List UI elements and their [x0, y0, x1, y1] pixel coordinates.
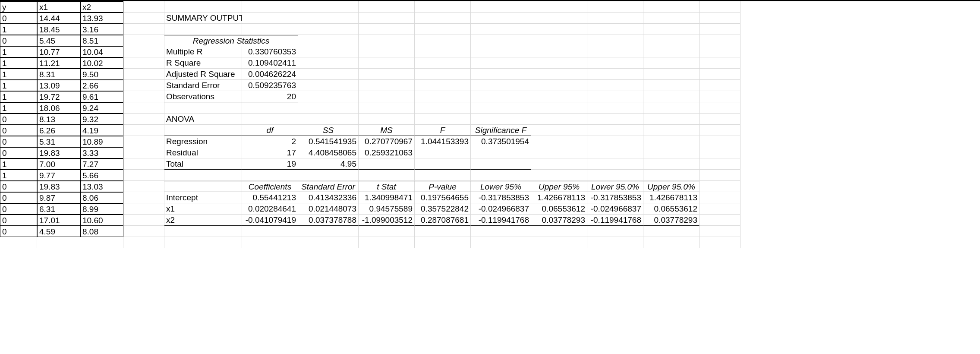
cell[interactable] [587, 125, 643, 136]
cell[interactable] [123, 147, 164, 158]
cell[interactable] [359, 24, 415, 35]
cell[interactable] [643, 147, 700, 158]
cell[interactable] [700, 181, 741, 192]
coef-header[interactable] [164, 181, 242, 192]
cell[interactable] [700, 1, 741, 13]
cell[interactable] [471, 35, 531, 46]
cell[interactable] [471, 237, 531, 248]
cell[interactable] [643, 237, 700, 248]
cell[interactable] [415, 69, 471, 80]
coef-value[interactable]: 0.413432336 [298, 192, 359, 203]
cell[interactable] [415, 24, 471, 35]
coef-value[interactable]: 0.06553612 [531, 203, 587, 215]
cell[interactable] [531, 102, 587, 114]
cell[interactable] [415, 102, 471, 114]
anova-value[interactable]: 17 [242, 147, 298, 158]
cell[interactable] [359, 57, 415, 69]
cell[interactable] [415, 170, 471, 181]
cell[interactable] [643, 24, 700, 35]
cell[interactable] [359, 13, 415, 24]
raw-cell[interactable]: 19.83 [37, 181, 80, 192]
cell[interactable] [531, 1, 587, 13]
cell[interactable] [700, 158, 741, 170]
regression-stats-title[interactable]: Regression Statistics [164, 35, 298, 46]
raw-cell[interactable]: 10.02 [80, 57, 123, 69]
anova-header[interactable]: MS [359, 125, 415, 136]
cell[interactable] [415, 114, 471, 125]
cell[interactable] [123, 114, 164, 125]
cell[interactable] [164, 237, 242, 248]
cell[interactable] [471, 91, 531, 102]
cell[interactable] [700, 69, 741, 80]
raw-cell[interactable]: 19.83 [37, 147, 80, 158]
coef-value[interactable]: -0.041079419 [242, 215, 298, 226]
cell[interactable] [123, 80, 164, 91]
raw-cell[interactable]: 9.32 [80, 114, 123, 125]
raw-cell[interactable]: 0 [0, 125, 37, 136]
cell[interactable] [531, 80, 587, 91]
raw-cell[interactable]: 9.24 [80, 102, 123, 114]
cell[interactable] [587, 69, 643, 80]
cell[interactable] [587, 237, 643, 248]
cell[interactable] [123, 215, 164, 226]
raw-cell[interactable]: 13.93 [80, 13, 123, 24]
coef-value[interactable]: 0.55441213 [242, 192, 298, 203]
cell[interactable] [123, 125, 164, 136]
stat-value[interactable]: 0.509235763 [242, 80, 298, 91]
raw-cell[interactable]: 1 [0, 91, 37, 102]
cell[interactable] [359, 170, 415, 181]
coef-value[interactable]: -0.119941768 [587, 215, 643, 226]
coef-value[interactable]: -0.317853853 [471, 192, 531, 203]
cell[interactable] [242, 24, 298, 35]
cell[interactable] [415, 237, 471, 248]
cell[interactable] [80, 237, 123, 248]
coef-header[interactable]: P-value [415, 181, 471, 192]
cell[interactable] [415, 1, 471, 13]
raw-cell[interactable]: 1 [0, 46, 37, 57]
cell[interactable] [298, 1, 359, 13]
cell[interactable] [123, 1, 164, 13]
cell[interactable] [531, 158, 587, 170]
cell[interactable] [298, 226, 359, 237]
cell[interactable] [700, 13, 741, 24]
cell[interactable] [587, 80, 643, 91]
cell[interactable] [415, 91, 471, 102]
cell[interactable] [242, 226, 298, 237]
cell[interactable] [643, 102, 700, 114]
anova-row-label[interactable]: Regression [164, 136, 242, 147]
raw-cell[interactable]: 10.89 [80, 136, 123, 147]
cell[interactable] [700, 237, 741, 248]
cell[interactable] [587, 46, 643, 57]
cell[interactable] [123, 46, 164, 57]
anova-value[interactable] [415, 147, 471, 158]
cell[interactable] [359, 102, 415, 114]
raw-cell[interactable]: 9.77 [37, 170, 80, 181]
cell[interactable] [123, 237, 164, 248]
raw-cell[interactable]: 0 [0, 215, 37, 226]
cell[interactable] [164, 24, 242, 35]
coef-value[interactable]: -0.119941768 [471, 215, 531, 226]
anova-value[interactable]: 2 [242, 136, 298, 147]
cell[interactable] [531, 114, 587, 125]
cell[interactable] [415, 226, 471, 237]
cell[interactable] [359, 35, 415, 46]
cell[interactable] [587, 102, 643, 114]
cell[interactable] [531, 136, 587, 147]
coef-value[interactable]: 1.340998471 [359, 192, 415, 203]
coef-row-label[interactable]: Intercept [164, 192, 242, 203]
anova-value[interactable]: 0.541541935 [298, 136, 359, 147]
raw-cell[interactable]: 0 [0, 181, 37, 192]
cell[interactable] [587, 24, 643, 35]
cell[interactable] [298, 57, 359, 69]
cell[interactable] [700, 203, 741, 215]
cell[interactable] [643, 226, 700, 237]
coef-row-label[interactable]: x1 [164, 203, 242, 215]
raw-cell[interactable]: 1 [0, 158, 37, 170]
cell[interactable] [471, 170, 531, 181]
cell[interactable] [587, 114, 643, 125]
raw-cell[interactable]: 5.66 [80, 170, 123, 181]
cell[interactable] [298, 237, 359, 248]
raw-cell[interactable]: 13.09 [37, 80, 80, 91]
anova-value[interactable]: 4.95 [298, 158, 359, 170]
raw-cell[interactable]: 8.13 [37, 114, 80, 125]
